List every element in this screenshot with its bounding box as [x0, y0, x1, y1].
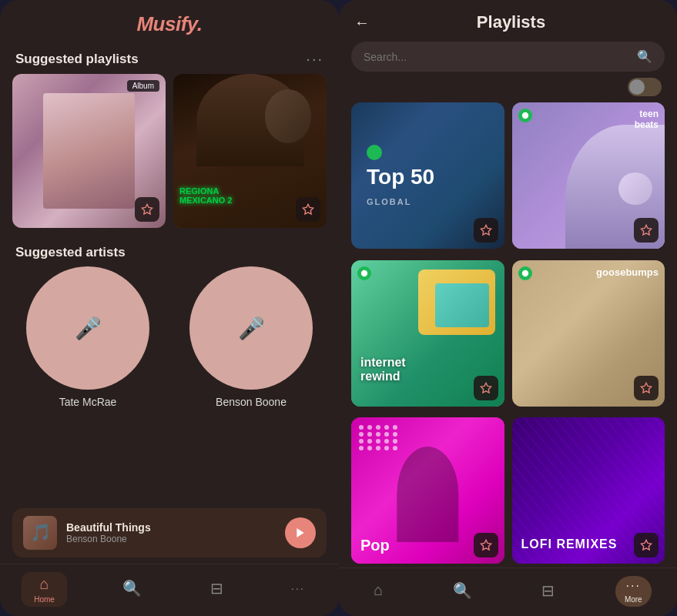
star-goosebumps[interactable] [634, 376, 659, 400]
svg-marker-8 [641, 383, 651, 393]
playlist-lofi[interactable]: LOFI REMIXES [512, 417, 665, 564]
playlists-main-grid: Top 50 GLOBAL teenbeats [339, 102, 677, 567]
svg-point-7 [361, 270, 367, 276]
teen-beats-label: teenbeats [635, 109, 659, 131]
star-button-2[interactable] [296, 197, 320, 222]
star-button-1[interactable] [135, 197, 159, 222]
right-more-label: More [625, 595, 642, 604]
artist-name-tate: Tate McRae [59, 396, 117, 408]
regional-mexicano-text: REGIONAMEXICANO 2 [179, 186, 232, 205]
playlists-title: Playlists [379, 12, 643, 32]
top50-title: Top 50 [367, 166, 489, 188]
right-panel: ← Playlists 🔍 Top 50 GLOBAL [339, 0, 677, 616]
artist-name-benson: Benson Boone [216, 396, 287, 408]
top50-subtitle: GLOBAL [367, 197, 489, 206]
right-nav-library[interactable]: ⊟ [532, 578, 564, 605]
app-header: Musify. [0, 0, 339, 42]
artists-grid: 🎤 Tate McRae 🎤 Benson Boone [0, 266, 339, 417]
toggle-switch[interactable] [628, 78, 662, 96]
svg-marker-1 [303, 204, 313, 214]
artist-avatar-tate: 🎤 [26, 266, 149, 390]
artist-card-tate[interactable]: 🎤 Tate McRae [12, 266, 163, 408]
right-search-icon: 🔍 [453, 581, 472, 600]
svg-marker-2 [297, 528, 303, 537]
svg-point-9 [521, 270, 528, 276]
playlist-top50[interactable]: Top 50 GLOBAL [351, 102, 504, 249]
svg-point-5 [521, 112, 528, 119]
playlists-header: ← Playlists [339, 0, 677, 38]
star-teen-beats[interactable] [634, 218, 659, 243]
playlist-goosebumps[interactable]: goosebumps [512, 260, 665, 407]
right-nav-home[interactable]: ⌂ [364, 578, 392, 604]
track-artist: Benson Boone [66, 534, 276, 544]
spotify-badge-rewind [357, 266, 371, 280]
library-icon: ⊟ [210, 579, 223, 598]
pop-label: Pop [360, 537, 390, 554]
now-playing-bar: 🎵 Beautiful Things Benson Boone [12, 508, 327, 557]
app-title: Musify. [15, 12, 323, 36]
artist-card-benson[interactable]: 🎤 Benson Boone [176, 266, 327, 408]
star-lofi[interactable] [634, 533, 659, 557]
track-thumb-art: 🎵 [23, 516, 57, 550]
right-bottom-nav: ⌂ 🔍 ⊟ ··· More [339, 567, 677, 616]
playlist-internet-rewind[interactable]: internetrewind [351, 260, 504, 407]
suggested-artists-title: Suggested artists [15, 245, 126, 260]
star-pop[interactable] [474, 533, 498, 557]
right-library-icon: ⊟ [541, 581, 555, 600]
search-input[interactable] [364, 51, 631, 63]
search-magnifier-icon: 🔍 [637, 49, 652, 64]
goosebumps-label: goosebumps [596, 266, 659, 278]
playlist-card-2[interactable]: REGIONAMEXICANO 2 [173, 74, 327, 228]
back-button[interactable]: ← [354, 14, 370, 32]
toggle-row [339, 78, 677, 102]
suggested-artists-section: Suggested artists [0, 237, 339, 266]
home-icon: ⌂ [40, 575, 49, 593]
track-name: Beautiful Things [66, 521, 276, 534]
right-nav-search[interactable]: 🔍 [444, 578, 481, 605]
playlists-grid: Album REGIONAMEXICANO 2 [0, 74, 339, 237]
svg-marker-3 [481, 225, 491, 235]
track-thumbnail: 🎵 [23, 516, 57, 550]
nav-home-label: Home [34, 595, 55, 604]
nav-library[interactable]: ⊟ [198, 576, 236, 603]
mic-icon-tate: 🎤 [75, 316, 102, 341]
album-badge: Album [127, 80, 159, 92]
playlist-pop[interactable]: Pop [351, 417, 504, 564]
nav-search[interactable]: 🔍 [110, 576, 154, 603]
search-bar: 🔍 [351, 42, 665, 72]
svg-marker-10 [481, 541, 491, 551]
right-nav-more[interactable]: ··· More [615, 576, 652, 607]
more-icon: ··· [291, 582, 305, 594]
internet-rewind-label: internetrewind [360, 356, 406, 383]
play-button[interactable] [285, 517, 316, 548]
spotify-badge-goosebumps [518, 266, 532, 280]
nav-home[interactable]: ⌂ Home [22, 572, 67, 607]
nav-more[interactable]: ··· [279, 579, 317, 600]
svg-marker-11 [641, 541, 651, 551]
suggested-playlists-section: Suggested playlists ··· [0, 42, 339, 74]
toggle-knob [629, 79, 645, 95]
search-icon: 🔍 [122, 579, 142, 598]
star-internet-rewind[interactable] [474, 376, 498, 400]
playlists-more-button[interactable]: ··· [306, 50, 323, 68]
right-home-icon: ⌂ [374, 581, 383, 599]
suggested-playlists-title: Suggested playlists [15, 52, 139, 67]
star-top50[interactable] [474, 218, 498, 243]
artist-avatar-benson: 🎤 [189, 266, 313, 390]
playlist-card-1[interactable]: Album [12, 74, 166, 228]
spotify-badge-top50 [367, 145, 382, 160]
playlist-teen-beats[interactable]: teenbeats [512, 102, 665, 249]
right-more-icon: ··· [626, 579, 641, 593]
spotify-badge-teen [518, 109, 532, 122]
track-info: Beautiful Things Benson Boone [66, 521, 276, 544]
left-panel: Musify. Suggested playlists ··· Album [0, 0, 339, 616]
bottom-nav: ⌂ Home 🔍 ⊟ ··· [0, 564, 339, 616]
pop-dots-decoration [359, 425, 399, 450]
svg-marker-6 [481, 383, 491, 393]
lofi-label: LOFI REMIXES [521, 537, 618, 551]
mic-icon-benson: 🎤 [238, 316, 265, 341]
svg-marker-0 [142, 204, 152, 214]
svg-marker-4 [641, 225, 651, 235]
